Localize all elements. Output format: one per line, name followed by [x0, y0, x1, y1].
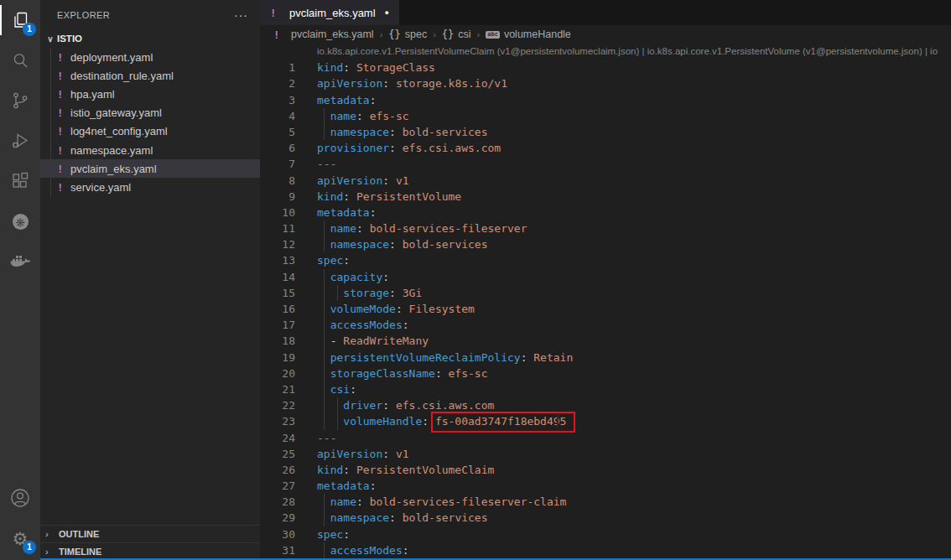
indent-guide [324, 333, 325, 349]
file-item-istio_gateway.yaml[interactable]: !istio_gateway.yaml [40, 104, 260, 122]
tab-pvclaim-eks-yaml[interactable]: ! pvclaim_eks.yaml ● [260, 0, 399, 25]
search-icon[interactable] [0, 40, 40, 80]
code-line-7[interactable]: 7--- [260, 156, 951, 172]
token: : [343, 254, 350, 267]
code-line-17[interactable]: 17 accessModes: [260, 317, 951, 333]
file-item-namespace.yaml[interactable]: !namespace.yaml [40, 141, 260, 159]
sidebar-panels: ›OUTLINE›TIMELINE [40, 525, 260, 560]
token: storage.k8s.io/v1 [396, 77, 507, 90]
code-line-29[interactable]: 29 namespace: bold-services [260, 510, 951, 526]
code-line-11[interactable]: 11 name: bold-services-fileserver [260, 220, 951, 236]
indent-guide [324, 397, 325, 413]
line-content: storageClassName: efs-sc [317, 366, 488, 381]
file-item-hpa.yaml[interactable]: !hpa.yaml [40, 85, 260, 103]
activity-bar-top: 1⎈ [0, 0, 40, 282]
docker-icon[interactable] [0, 241, 40, 282]
file-item-log4net_config.yaml[interactable]: !log4net_config.yaml [40, 122, 260, 141]
code-line-31[interactable]: 31 accessModes: [260, 542, 951, 558]
breadcrumb-separator-icon: › [433, 29, 436, 39]
more-actions-icon[interactable]: ··· [231, 8, 252, 22]
token: efs.csi.aws.com [403, 142, 501, 154]
line-number: 7 [260, 156, 295, 172]
code-line-27[interactable]: 27metadata: [260, 478, 951, 494]
code-line-20[interactable]: 20 storageClassName: efs-sc [260, 366, 951, 381]
breadcrumb: !pvclaim_eks.yaml›{}spec›{}csi›abcvolume… [260, 25, 951, 44]
yaml-schema-hint[interactable]: io.k8s.api.core.v1.PersistentVolumeClaim… [260, 44, 951, 60]
code-line-9[interactable]: 9kind: PersistentVolume [260, 189, 951, 205]
extensions-icon[interactable] [0, 161, 40, 201]
account-icon[interactable] [0, 478, 40, 518]
line-number: 24 [260, 430, 295, 446]
line-content: apiVersion: v1 [317, 173, 409, 189]
code-line-18[interactable]: 18 - ReadWriteMany [260, 333, 951, 349]
code-line-19[interactable]: 19 persistentVolumeReclaimPolicy: Retain [260, 350, 951, 366]
code-line-21[interactable]: 21 csi: [260, 381, 951, 397]
code-line-16[interactable]: 16 volumeMode: Filesystem [260, 301, 951, 317]
code-line-15[interactable]: 15 storage: 3Gi [260, 285, 951, 301]
code-line-10[interactable]: 10metadata: [260, 205, 951, 220]
token: : [356, 222, 370, 235]
code-line-1[interactable]: 1kind: StorageClass [260, 60, 951, 75]
file-item-pvclaim_eks.yaml[interactable]: !pvclaim_eks.yaml [40, 159, 260, 178]
files-icon[interactable]: 1 [0, 0, 40, 40]
file-name: istio_gateway.yaml [70, 106, 162, 119]
line-number: 2 [260, 75, 295, 91]
code-line-13[interactable]: 13spec: [260, 252, 951, 268]
code-line-24[interactable]: 24--- [260, 430, 951, 446]
tab-dirty-indicator-icon[interactable]: ● [385, 8, 389, 17]
file-item-destination_rule.yaml[interactable]: !destination_rule.yaml [40, 66, 260, 85]
symbol-string-icon: abc [486, 31, 500, 39]
code-line-23[interactable]: 23 volumeHandle: fs-00ad3747f18ebd495 [260, 413, 951, 429]
settings-gear-icon[interactable]: ⚙1 [0, 518, 40, 558]
panel-outline[interactable]: ›OUTLINE [40, 525, 260, 542]
code-line-25[interactable]: 25apiVersion: v1 [260, 446, 951, 462]
code-line-6[interactable]: 6provisioner: efs.csi.aws.com [260, 140, 951, 156]
token: spec [317, 254, 343, 267]
panel-label: OUTLINE [59, 529, 99, 539]
token: : [343, 61, 356, 74]
code-line-5[interactable]: 5 namespace: bold-services [260, 124, 951, 140]
token: : [389, 142, 403, 154]
code-line-3[interactable]: 3metadata: [260, 92, 951, 108]
token: : [396, 303, 409, 315]
code-line-8[interactable]: 8apiVersion: v1 [260, 173, 951, 189]
code-line-22[interactable]: 22 driver: efs.csi.aws.com [260, 397, 951, 413]
line-content: capacity: [317, 269, 389, 285]
file-name: service.yaml [70, 181, 131, 194]
token: name [330, 110, 356, 122]
token: : [382, 448, 396, 460]
code-line-4[interactable]: 4 name: efs-sc [260, 108, 951, 124]
editor-pane[interactable]: io.k8s.api.core.v1.PersistentVolumeClaim… [260, 44, 951, 560]
line-number: 19 [260, 350, 295, 366]
breadcrumb-item-csi[interactable]: {}csi [442, 29, 471, 40]
source-control-icon[interactable] [0, 80, 40, 121]
file-name: pvclaim_eks.yaml [70, 163, 157, 175]
breadcrumb-item-spec[interactable]: {}spec [388, 29, 427, 40]
token: : [343, 190, 356, 203]
code-line-26[interactable]: 26kind: PersistentVolumeClaim [260, 462, 951, 478]
panel-timeline[interactable]: ›TIMELINE [40, 542, 260, 560]
file-item-deployment.yaml[interactable]: !deployment.yaml [40, 48, 260, 66]
code-line-2[interactable]: 2apiVersion: storage.k8s.io/v1 [260, 75, 951, 91]
token: volumeHandle [343, 415, 422, 428]
file-name: deployment.yaml [70, 51, 153, 64]
token [317, 287, 343, 299]
code-line-28[interactable]: 28 name: bold-services-fileserver-claim [260, 494, 951, 510]
yaml-warning-icon: ! [270, 7, 278, 19]
indent-guide [324, 542, 325, 558]
token: PersistentVolume [356, 190, 461, 203]
indent-guide [337, 397, 338, 413]
breadcrumb-item-pvclaim_eks.yaml[interactable]: !pvclaim_eks.yaml [273, 29, 374, 41]
run-debug-icon[interactable] [0, 121, 40, 161]
folder-section-istio[interactable]: ∨ ISTIO [40, 29, 260, 48]
code-line-30[interactable]: 30spec: [260, 526, 951, 542]
file-item-service.yaml[interactable]: !service.yaml [40, 178, 260, 196]
breadcrumb-item-volumeHandle[interactable]: abcvolumeHandle [486, 29, 571, 40]
line-number: 20 [260, 366, 295, 381]
token: metadata [317, 94, 370, 106]
token: : [343, 528, 350, 541]
code-line-12[interactable]: 12 namespace: bold-services [260, 236, 951, 252]
kubernetes-icon[interactable]: ⎈ [0, 201, 40, 241]
code-line-14[interactable]: 14 capacity: [260, 269, 951, 285]
token: kind [317, 190, 343, 203]
